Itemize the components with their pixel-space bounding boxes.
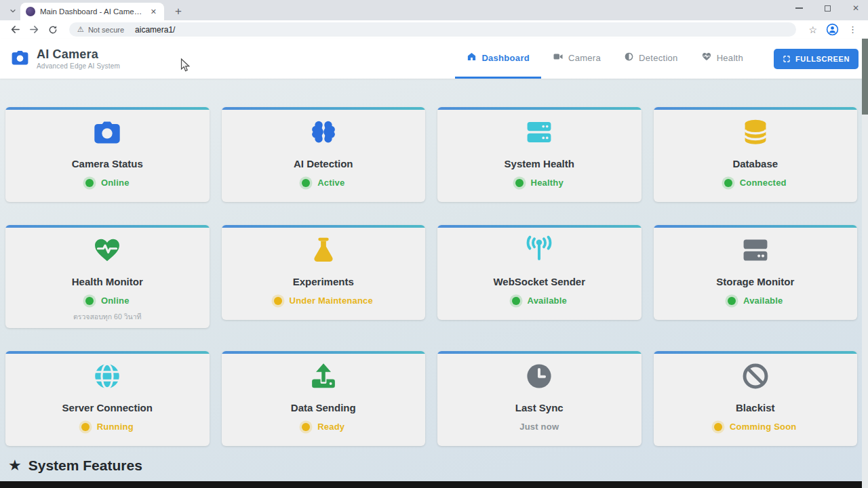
card-blackist: Blackist Comming Soon: [654, 351, 858, 446]
reload-icon[interactable]: [45, 22, 61, 38]
forward-icon[interactable]: [26, 22, 42, 38]
ban-icon: [654, 361, 858, 392]
nav-tab-dashboard[interactable]: Dashboard: [455, 39, 541, 79]
card-status-row: Online: [5, 296, 210, 306]
address-bar[interactable]: ⚠ Not secure aicamera1/: [69, 22, 796, 37]
main-nav: Dashboard Camera Detection Health FULLSC…: [455, 39, 859, 79]
tab-close-icon[interactable]: ✕: [149, 6, 159, 18]
card-title: Database: [654, 158, 858, 169]
camera-icon: [5, 117, 210, 148]
status-text: Connected: [740, 178, 787, 188]
status-dot: [302, 179, 310, 187]
status-cards-grid: Camera Status Online AI Detection Active…: [0, 107, 868, 446]
app-subtitle: Advanced Edge AI System: [37, 62, 120, 70]
card-last-sync: Last Sync Just now: [437, 351, 642, 446]
not-secure-warning-icon: ⚠: [77, 25, 84, 34]
not-secure-label: Not secure: [88, 26, 124, 34]
card-title: Health Monitor: [5, 276, 210, 287]
database-icon: [654, 117, 858, 148]
card-accent-strip: [222, 225, 426, 228]
browser-menu-icon[interactable]: ⋮: [843, 24, 861, 35]
card-status-row: Comming Soon: [654, 422, 858, 432]
card-status-row: Available: [654, 296, 858, 306]
card-title: Blackist: [654, 402, 858, 413]
status-dot: [274, 297, 282, 305]
status-dot: [714, 423, 722, 431]
status-text: Under Maintenance: [290, 296, 373, 306]
fullscreen-label: FULLSCREEN: [795, 55, 850, 63]
card-title: Data Sending: [222, 402, 426, 413]
card-system-health: System Health Healthy: [437, 107, 642, 202]
nav-label: Dashboard: [481, 53, 530, 63]
minimize-button[interactable]: [792, 1, 806, 15]
app-header: AI Camera Advanced Edge AI System Dashbo…: [0, 39, 868, 79]
card-websocket-sender: WebSocket Sender Available: [437, 225, 642, 320]
card-ai-detection: AI Detection Active: [222, 107, 426, 202]
card-title: Storage Monitor: [654, 276, 858, 287]
nav-tab-camera[interactable]: Camera: [541, 39, 612, 79]
status-dot: [724, 179, 732, 187]
features-heading: ★ System Features: [8, 457, 868, 474]
nav-label: Health: [717, 53, 743, 63]
status-dot: [515, 179, 524, 187]
card-accent-strip: [222, 351, 426, 354]
browser-toolbar: ⚠ Not secure aicamera1/ ☆ ⋮: [0, 20, 868, 39]
dashboard-page: AI Camera Advanced Edge AI System Dashbo…: [0, 39, 868, 488]
card-title: AI Detection: [222, 158, 426, 169]
brain-icon: [222, 117, 426, 148]
card-status-row: Ready: [222, 422, 426, 432]
nav-label: Camera: [568, 53, 601, 63]
card-status-row: Under Maintenance: [222, 296, 426, 306]
card-status-row: Available: [437, 296, 642, 306]
card-status-row: Just now: [437, 422, 642, 432]
maximize-button[interactable]: [821, 1, 834, 15]
status-dot: [728, 297, 736, 305]
page-scrollbar: [862, 39, 868, 488]
card-accent-strip: [222, 107, 426, 110]
tab-search-chevron-icon[interactable]: [7, 5, 19, 17]
status-text: Online: [101, 296, 130, 306]
status-text: Active: [317, 178, 344, 188]
card-accent-strip: [437, 351, 642, 354]
card-note: ตรวจสอบทุก 60 วินาที: [5, 311, 210, 323]
browser-chrome: Main Dashboard - AI Camera v... ✕ + ✕ ⚠ …: [0, 0, 868, 39]
tab-title: Main Dashboard - AI Camera v...: [40, 7, 144, 16]
scrollbar-thumb[interactable]: [862, 39, 868, 115]
window-close-button[interactable]: ✕: [849, 1, 863, 15]
card-experiments: Experiments Under Maintenance: [222, 225, 426, 320]
bookmark-star-icon[interactable]: ☆: [804, 24, 821, 35]
heart-pulse-icon: [5, 235, 210, 266]
nav-label: Detection: [639, 53, 678, 63]
status-text: Healthy: [531, 178, 564, 188]
nav-tab-health[interactable]: Health: [690, 39, 755, 79]
status-dot: [85, 297, 94, 305]
window-controls: ✕: [792, 1, 863, 15]
card-accent-strip: [5, 225, 210, 228]
profile-avatar-icon[interactable]: [824, 22, 840, 38]
card-status-row: Connected: [654, 178, 858, 188]
url-text: aicamera1/: [135, 25, 175, 35]
camera-logo-icon: [9, 48, 31, 70]
card-database: Database Connected: [654, 107, 858, 202]
card-status-row: Online: [5, 178, 210, 188]
new-tab-button[interactable]: +: [171, 4, 186, 19]
card-status-row: Active: [222, 178, 426, 188]
status-dot: [85, 179, 94, 187]
card-accent-strip: [654, 107, 858, 110]
dark-section-edge: [0, 481, 868, 488]
fullscreen-button[interactable]: FULLSCREEN: [774, 49, 859, 69]
back-icon[interactable]: [7, 22, 23, 38]
card-camera-status: Camera Status Online: [5, 107, 210, 202]
card-accent-strip: [5, 107, 210, 110]
card-storage-monitor: Storage Monitor Available: [654, 225, 858, 320]
status-dot: [512, 297, 520, 305]
browser-tab[interactable]: Main Dashboard - AI Camera v... ✕: [20, 3, 164, 20]
star-icon: ★: [8, 457, 22, 474]
features-heading-text: System Features: [28, 458, 142, 474]
card-title: Last Sync: [437, 402, 642, 413]
status-text: Ready: [317, 422, 344, 432]
nav-tab-detection[interactable]: Detection: [612, 39, 690, 79]
card-status-row: Healthy: [437, 178, 642, 188]
card-accent-strip: [5, 351, 210, 354]
status-dot: [81, 423, 90, 431]
